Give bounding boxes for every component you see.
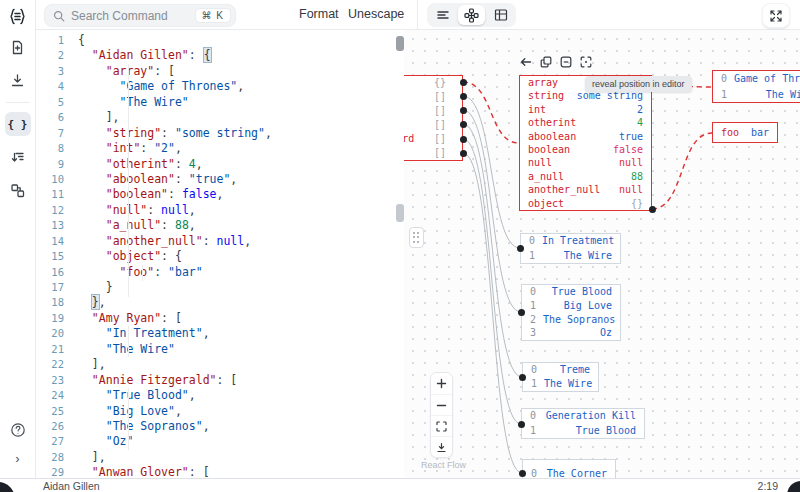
code-line[interactable]: 22 ], bbox=[36, 357, 404, 372]
code-line[interactable]: 14 "another_null": null, bbox=[36, 234, 404, 249]
zoom-out-button[interactable] bbox=[431, 394, 452, 415]
code-line[interactable]: 28 ], bbox=[36, 450, 404, 465]
collapse-node-icon[interactable] bbox=[559, 54, 573, 69]
code-line[interactable]: 8 "int": "2", bbox=[36, 141, 404, 156]
code-line[interactable]: 26 "The Sopranos", bbox=[36, 419, 404, 434]
code-line[interactable]: 18 }, bbox=[36, 295, 404, 310]
node-row: 3Oz bbox=[522, 326, 620, 340]
node-row: Anwan Glover[] bbox=[404, 118, 462, 132]
format-button[interactable]: Format bbox=[299, 7, 339, 21]
code-line[interactable]: 4 "Game of Thrones", bbox=[36, 79, 404, 94]
fullscreen-button[interactable] bbox=[762, 3, 790, 28]
export-image-button[interactable] bbox=[431, 436, 452, 457]
fit-view-button[interactable] bbox=[431, 415, 452, 436]
code-line[interactable]: 10 "aboolean": "true", bbox=[36, 172, 404, 187]
view-switcher bbox=[427, 3, 516, 27]
code-line[interactable]: 11 "boolean": false, bbox=[36, 187, 404, 202]
node-handle[interactable] bbox=[460, 93, 467, 100]
code-line[interactable]: 16 "foo": "bar" bbox=[36, 265, 404, 280]
code-line[interactable]: 20 "In Treatment", bbox=[36, 326, 404, 341]
indent-guide bbox=[128, 388, 129, 450]
download-icon[interactable] bbox=[5, 68, 31, 92]
braces-editor-icon[interactable]: { } bbox=[5, 112, 31, 136]
line-number: 2 bbox=[36, 48, 64, 63]
code-line[interactable]: 6 ], bbox=[36, 110, 404, 125]
new-file-icon[interactable] bbox=[5, 35, 31, 59]
search-input[interactable]: Search Command ⌘ K bbox=[44, 4, 236, 27]
node-row: Amy Ryan[] bbox=[404, 90, 462, 104]
line-number: 13 bbox=[36, 218, 64, 233]
code-line[interactable]: 27 "Oz" bbox=[36, 434, 404, 449]
sidebar-divider bbox=[6, 102, 30, 103]
graph-node-aidan-object[interactable]: foobar bbox=[712, 122, 778, 143]
indent-guide bbox=[128, 326, 129, 357]
panel-scrollbar-thumb[interactable] bbox=[396, 204, 404, 222]
code-line[interactable]: 12 "null": null, bbox=[36, 203, 404, 218]
zoom-in-button[interactable] bbox=[431, 373, 452, 394]
line-number: 14 bbox=[36, 234, 64, 249]
code-line[interactable]: 1{ bbox=[36, 33, 404, 48]
graph-node-root[interactable]: Aidan Gillen{}Amy Ryan[]Annie Fitzgerald… bbox=[404, 75, 463, 161]
node-row: 0True Blood bbox=[522, 285, 620, 299]
graph-node-alexander-skarsgard[interactable]: 0Generation Kill1True Blood bbox=[521, 408, 645, 439]
line-number: 20 bbox=[36, 326, 64, 341]
code-line[interactable]: 15 "object": { bbox=[36, 249, 404, 264]
back-arrow-icon[interactable] bbox=[519, 54, 533, 69]
panel-resize-handle[interactable] bbox=[409, 227, 424, 248]
node-handle[interactable] bbox=[518, 421, 525, 428]
line-number: 29 bbox=[36, 465, 64, 478]
graph-canvas[interactable]: Aidan Gillen{}Amy Ryan[]Annie Fitzgerald… bbox=[404, 30, 800, 478]
line-number: 10 bbox=[36, 172, 64, 187]
view-graph-button[interactable] bbox=[458, 5, 485, 25]
indent-guide bbox=[142, 265, 143, 281]
view-list-button[interactable] bbox=[429, 5, 456, 25]
code-line[interactable]: 23 "Annie Fitzgerald": [ bbox=[36, 373, 404, 388]
graph-node-amy-ryan[interactable]: 0In Treatment1The Wire bbox=[520, 233, 621, 264]
code-line[interactable]: 13 "a_null": 88, bbox=[36, 218, 404, 233]
graph-node-aidan-array[interactable]: 0Game of Thrones1The Wire bbox=[712, 70, 800, 103]
node-handle[interactable] bbox=[460, 107, 467, 114]
code-line[interactable]: 17 } bbox=[36, 280, 404, 295]
code-line[interactable]: 25 "Big Love", bbox=[36, 404, 404, 419]
node-handle[interactable] bbox=[460, 79, 467, 86]
node-row: 2The Sopranos bbox=[522, 313, 620, 327]
code-line[interactable]: 19 "Amy Ryan": [ bbox=[36, 311, 404, 326]
graph-node-alice-farmer[interactable]: 0The Corner bbox=[522, 459, 616, 478]
node-handle[interactable] bbox=[517, 245, 524, 252]
node-row: 0In Treatment bbox=[521, 234, 620, 249]
cursor-position: 2:19 bbox=[758, 480, 778, 492]
code-line[interactable]: 29 "Anwan Glover": [ bbox=[36, 465, 404, 478]
node-handle[interactable] bbox=[460, 121, 467, 128]
code-editor[interactable]: 1{2 "Aidan Gillen": {3 "array": [4 "Game… bbox=[36, 30, 404, 478]
line-number: 19 bbox=[36, 311, 64, 326]
help-icon[interactable] bbox=[5, 418, 31, 442]
code-line[interactable]: 24 "True Blood", bbox=[36, 388, 404, 403]
node-handle[interactable] bbox=[649, 206, 656, 213]
copy-icon[interactable] bbox=[539, 54, 553, 69]
focus-node-icon[interactable] bbox=[579, 54, 593, 69]
node-row: Alexander Skarsgard[] bbox=[404, 132, 462, 146]
code-line[interactable]: 7 "string": "some string", bbox=[36, 126, 404, 141]
app-window: { } › bbox=[0, 0, 800, 492]
code-line[interactable]: 3 "array": [ bbox=[36, 64, 404, 79]
collapse-chevron-icon[interactable]: › bbox=[5, 446, 31, 470]
node-handle[interactable] bbox=[460, 150, 467, 157]
graph-node-aidan-gillen[interactable]: array[]stringsome stringint2otherint4abo… bbox=[519, 75, 652, 211]
code-line[interactable]: 9 "otherint": 4, bbox=[36, 157, 404, 172]
app-logo-icon[interactable] bbox=[8, 7, 27, 26]
node-handle[interactable] bbox=[519, 470, 526, 477]
unescape-button[interactable]: Unescape bbox=[348, 7, 404, 21]
graph-node-annie-fitzgerald[interactable]: 0True Blood1Big Love2The Sopranos3Oz bbox=[521, 284, 621, 341]
transform-icon[interactable] bbox=[5, 145, 31, 169]
node-handle[interactable] bbox=[460, 136, 467, 143]
code-line[interactable]: 21 "The Wire" bbox=[36, 342, 404, 357]
link-nodes-icon[interactable] bbox=[5, 178, 31, 202]
code-line[interactable]: 2 "Aidan Gillen": { bbox=[36, 48, 404, 63]
node-row: 1Big Love bbox=[522, 299, 620, 313]
graph-node-anwan-glover[interactable]: 0Treme1The Wire bbox=[522, 362, 599, 392]
code-line[interactable]: 5 "The Wire" bbox=[36, 95, 404, 110]
view-table-button[interactable] bbox=[487, 5, 514, 25]
editor-scrollbar-thumb[interactable] bbox=[396, 36, 404, 51]
node-handle[interactable] bbox=[518, 309, 525, 316]
node-handle[interactable] bbox=[519, 374, 526, 381]
